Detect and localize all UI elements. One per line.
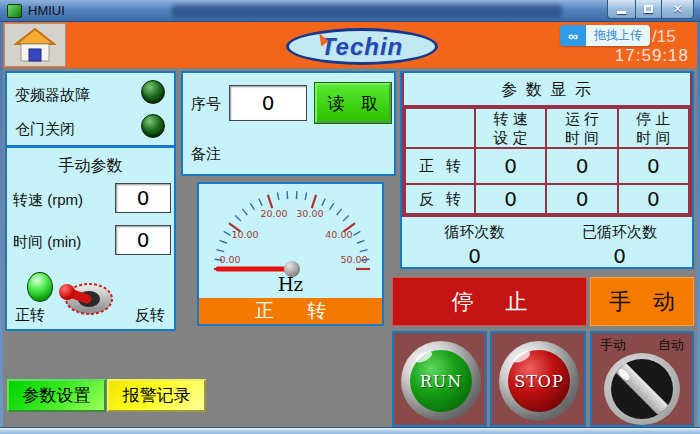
mode-selector-knob[interactable]	[604, 353, 680, 425]
selector-auto-label: 自动	[658, 336, 684, 354]
forward-stoptime-value: 0	[618, 148, 689, 184]
direction-toggle-switch[interactable]	[55, 278, 115, 318]
cycled-count-value: 0	[547, 244, 692, 268]
reverse-speed-value: 0	[475, 184, 546, 214]
param-table-frame: 参 数 显 示 转 速设 定 运 行时 间 停 止时 间 正 转	[402, 73, 692, 217]
header-cell-runtime: 运 行时 间	[546, 108, 617, 148]
reverse-label: 反转	[135, 306, 165, 325]
reverse-row-label: 反 转	[405, 184, 475, 214]
hmi-window: HMIUI ✕ Techin ∞ 拖拽上传 /15 17:59:18	[0, 0, 700, 434]
window-title: HMIUI	[28, 3, 65, 18]
forward-label: 正转	[15, 306, 45, 325]
read-button[interactable]: 读 取	[315, 83, 391, 123]
param-table-title: 参 数 显 示	[404, 73, 690, 107]
table-row-reverse: 反 转 0 0 0	[405, 184, 689, 214]
direction-banner: 正 转	[199, 298, 382, 324]
clock: 17:59:18	[615, 46, 689, 66]
reverse-runtime-value: 0	[546, 184, 617, 214]
svg-text:20.00: 20.00	[260, 208, 287, 219]
gauge-unit-label: Hz	[199, 274, 382, 295]
run-button-panel: RUN	[392, 331, 487, 427]
serial-field[interactable]	[229, 85, 307, 121]
cloud-icon: ∞	[560, 25, 586, 46]
run-button[interactable]: RUN	[401, 341, 481, 421]
manual-params-title: 手动参数	[7, 156, 174, 177]
window-border-left	[0, 22, 3, 434]
svg-text:10.00: 10.00	[231, 229, 258, 240]
forward-row-label: 正 转	[405, 148, 475, 184]
forward-led	[27, 272, 53, 302]
param-display-panel: 参 数 显 示 转 速设 定 运 行时 间 停 止时 间 正 转	[400, 71, 694, 269]
manual-mode-button[interactable]: 手 动	[590, 277, 694, 326]
param-table: 转 速设 定 运 行时 间 停 止时 间 正 转 0 0 0 反 转	[404, 107, 690, 215]
table-row-forward: 正 转 0 0 0	[405, 148, 689, 184]
page-indicator: /15	[652, 27, 676, 47]
cycle-count-label: 循环次数	[402, 223, 547, 242]
time-label: 时间 (min)	[13, 233, 81, 252]
close-button[interactable]: ✕	[661, 0, 694, 19]
header-bar: Techin ∞ 拖拽上传 /15 17:59:18	[3, 22, 697, 68]
stop-button-panel: STOP	[490, 331, 586, 427]
door-closed-led	[141, 114, 165, 138]
maximize-button[interactable]	[635, 0, 662, 19]
svg-text:40.00: 40.00	[325, 229, 352, 240]
redacted-title-path	[172, 5, 562, 18]
header-cell-stoptime: 停 止时 间	[618, 108, 689, 148]
inverter-fault-led	[141, 80, 165, 104]
home-icon	[14, 27, 56, 63]
svg-text:50.00: 50.00	[340, 254, 367, 265]
serial-label: 序号	[191, 95, 221, 114]
techin-logo: Techin	[286, 28, 438, 65]
alarm-record-button[interactable]: 报警记录	[107, 379, 206, 412]
gauge-panel: 0.0010.0020.0030.0040.0050.00 Hz 正 转	[197, 182, 384, 326]
stop-button[interactable]: STOP	[499, 341, 579, 421]
knob-face	[611, 359, 673, 419]
cycled-count-label: 已循环次数	[547, 223, 692, 242]
app-icon	[7, 4, 22, 18]
door-closed-label: 仓门关闭	[15, 120, 75, 139]
speed-label: 转速 (rpm)	[13, 191, 83, 210]
svg-text:0.00: 0.00	[219, 254, 240, 265]
minimize-icon	[617, 11, 626, 14]
status-row-door: 仓门关闭	[7, 113, 174, 149]
cycle-counters: 循环次数 0 已循环次数 0	[402, 221, 692, 268]
manual-params-panel: 手动参数 转速 (rpm) 时间 (min) 正转 反转	[5, 146, 176, 331]
home-button[interactable]	[4, 23, 66, 67]
logo-text: Techin	[321, 33, 403, 61]
maximize-icon	[644, 5, 653, 13]
cycle-count-block: 循环次数 0	[402, 221, 547, 268]
header-cell-empty	[405, 108, 475, 148]
reverse-stoptime-value: 0	[618, 184, 689, 214]
selector-manual-label: 手动	[600, 336, 626, 354]
inverter-fault-label: 变频器故障	[15, 86, 90, 105]
forward-speed-value: 0	[475, 148, 546, 184]
upload-label: 拖拽上传	[586, 25, 650, 46]
param-settings-button[interactable]: 参数设置	[7, 379, 106, 412]
window-controls: ✕	[608, 0, 694, 19]
status-row-inverter: 变频器故障	[7, 79, 174, 115]
mode-selector-panel: 手动 自动	[590, 331, 694, 427]
time-field[interactable]	[115, 225, 171, 255]
titlebar[interactable]: HMIUI ✕	[0, 0, 700, 22]
serial-panel: 序号 读 取 备注	[181, 71, 396, 176]
minimize-button[interactable]	[607, 0, 636, 19]
cycle-count-value: 0	[402, 244, 547, 268]
stop-bar-button[interactable]: 停 止	[392, 277, 587, 326]
window-border-bottom	[0, 427, 700, 434]
remark-label: 备注	[191, 145, 221, 164]
svg-text:30.00: 30.00	[296, 208, 323, 219]
forward-runtime-value: 0	[546, 148, 617, 184]
upload-widget[interactable]: ∞ 拖拽上传	[560, 25, 650, 46]
status-panel: 变频器故障 仓门关闭	[5, 71, 176, 147]
param-table-header-row: 转 速设 定 运 行时 间 停 止时 间	[405, 108, 689, 148]
speed-field[interactable]	[115, 183, 171, 213]
header-cell-speed: 转 速设 定	[475, 108, 546, 148]
cycled-count-block: 已循环次数 0	[547, 221, 692, 268]
